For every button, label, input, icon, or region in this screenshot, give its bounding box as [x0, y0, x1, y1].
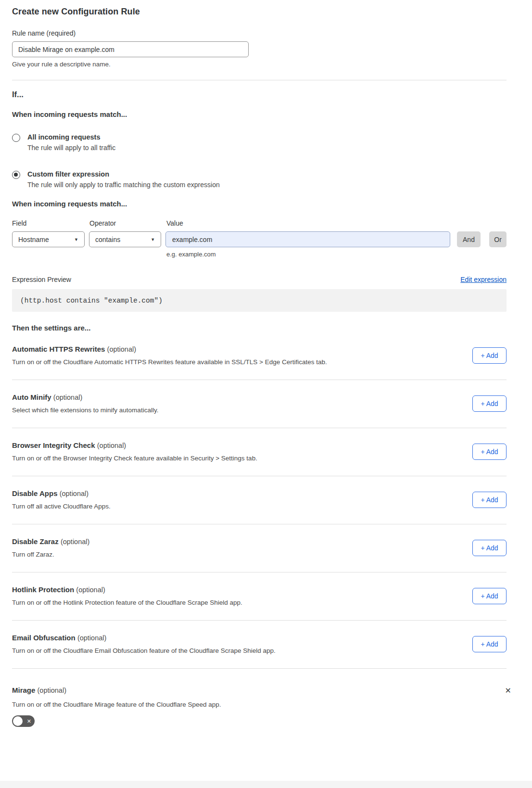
setting-auto-minify: Auto Minify (optional) Select which file…: [12, 380, 507, 428]
expression-preview-code: (http.host contains "example.com"): [12, 289, 507, 312]
optional-suffix: (optional): [38, 686, 66, 694]
expression-builder-labels: Field Operator Value: [12, 219, 507, 227]
setting-description: Select which file extensions to minify a…: [12, 407, 158, 414]
add-button[interactable]: + Add: [472, 588, 507, 604]
or-button[interactable]: Or: [489, 231, 507, 247]
radio-all-incoming-requests[interactable]: All incoming requests The rule will appl…: [12, 133, 507, 152]
optional-suffix: (optional): [77, 634, 106, 642]
setting-description: Turn on or off the Browser Integrity Che…: [12, 455, 257, 462]
radio-description: The rule will only apply to traffic matc…: [27, 181, 220, 189]
radio-label: Custom filter expression: [27, 170, 220, 178]
setting-title: Hotlink Protection (optional): [12, 585, 242, 594]
value-label: Value: [166, 219, 183, 227]
setting-hotlink-protection: Hotlink Protection (optional) Turn on or…: [12, 572, 507, 620]
mirage-toggle-off[interactable]: ✕: [12, 715, 35, 727]
page-bottom-edge: [0, 781, 532, 788]
close-icon[interactable]: ✕: [504, 686, 512, 696]
settings-heading: Then the settings are...: [12, 324, 507, 332]
add-button[interactable]: + Add: [472, 492, 507, 508]
setting-mirage: Mirage (optional) ✕ Turn on or off the C…: [12, 669, 507, 729]
expression-builder-row: Hostname ▼ contains ▼ And Or: [12, 231, 507, 247]
setting-disable-zaraz: Disable Zaraz (optional) Turn off Zaraz.…: [12, 524, 507, 572]
add-button[interactable]: + Add: [472, 395, 507, 412]
page-title: Create new Configuration Rule: [12, 7, 507, 17]
setting-title: Mirage (optional): [12, 686, 66, 694]
and-button[interactable]: And: [457, 231, 481, 247]
radio-label: All incoming requests: [27, 133, 115, 141]
add-button[interactable]: + Add: [472, 540, 507, 556]
field-select[interactable]: Hostname ▼: [12, 231, 85, 247]
chevron-down-icon: ▼: [74, 237, 78, 242]
field-select-value: Hostname: [18, 236, 49, 243]
toggle-knob: [13, 716, 23, 726]
radio-custom-filter-expression[interactable]: Custom filter expression The rule will o…: [12, 170, 507, 189]
create-configuration-rule-form: Create new Configuration Rule Rule name …: [0, 0, 532, 729]
optional-suffix: (optional): [76, 586, 105, 594]
setting-description: Turn on or off the Cloudflare Mirage fea…: [12, 701, 507, 708]
setting-browser-integrity-check: Browser Integrity Check (optional) Turn …: [12, 428, 507, 476]
optional-suffix: (optional): [60, 490, 89, 497]
operator-label: Operator: [89, 219, 166, 227]
value-input[interactable]: [165, 231, 450, 247]
setting-automatic-https-rewrites: Automatic HTTPS Rewrites (optional) Turn…: [12, 332, 507, 380]
setting-disable-apps: Disable Apps (optional) Turn off all act…: [12, 476, 507, 524]
rule-name-label: Rule name (required): [12, 29, 507, 37]
optional-suffix: (optional): [61, 538, 89, 546]
setting-title: Email Obfuscation (optional): [12, 634, 276, 642]
chevron-down-icon: ▼: [151, 237, 155, 242]
toggle-off-x-icon: ✕: [27, 719, 31, 724]
rule-name-input[interactable]: [12, 41, 249, 57]
setting-title: Browser Integrity Check (optional): [12, 441, 257, 449]
rule-name-helper: Give your rule a descriptive name.: [12, 61, 507, 68]
radio-description: The rule will apply to all traffic: [27, 144, 115, 152]
add-button[interactable]: + Add: [472, 444, 507, 460]
radio-button-selected-icon[interactable]: [12, 171, 20, 179]
optional-suffix: (optional): [53, 394, 82, 401]
if-heading: If...: [12, 90, 507, 99]
add-button[interactable]: + Add: [472, 636, 507, 652]
expression-preview-label: Expression Preview: [12, 276, 71, 283]
operator-select-value: contains: [95, 236, 120, 243]
value-helper: e.g. example.com: [166, 251, 507, 258]
radio-button-icon[interactable]: [12, 134, 20, 142]
operator-select[interactable]: contains ▼: [89, 231, 161, 247]
setting-title: Disable Zaraz (optional): [12, 537, 89, 546]
optional-suffix: (optional): [97, 442, 126, 449]
setting-description: Turn on or off the Hotlink Protection fe…: [12, 599, 242, 606]
setting-title: Disable Apps (optional): [12, 489, 111, 497]
setting-title: Automatic HTTPS Rewrites (optional): [12, 345, 327, 353]
setting-description: Turn on or off the Cloudflare Email Obfu…: [12, 647, 276, 654]
setting-description: Turn off all active Cloudflare Apps.: [12, 503, 111, 510]
optional-suffix: (optional): [107, 345, 136, 353]
match-heading: When incoming requests match...: [12, 110, 507, 118]
setting-email-obfuscation: Email Obfuscation (optional) Turn on or …: [12, 621, 507, 668]
section-divider: [12, 80, 507, 80]
expression-builder-heading: When incoming requests match...: [12, 200, 507, 208]
field-label: Field: [12, 219, 89, 227]
add-button[interactable]: + Add: [472, 347, 507, 364]
setting-description: Turn on or off the Cloudflare Automatic …: [12, 358, 327, 366]
edit-expression-link[interactable]: Edit expression: [460, 276, 507, 283]
setting-title: Auto Minify (optional): [12, 393, 158, 401]
setting-description: Turn off Zaraz.: [12, 551, 89, 558]
